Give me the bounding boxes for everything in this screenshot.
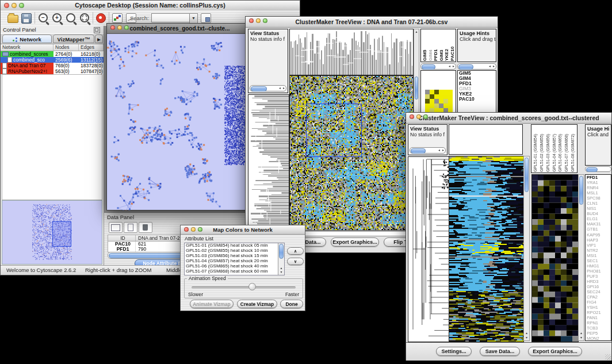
- scrollbar-thumb[interactable]: [411, 148, 426, 154]
- close-button[interactable]: [4, 3, 9, 8]
- save-data-button[interactable]: Save Data...: [480, 347, 520, 356]
- gene-list-item[interactable]: KAP95: [586, 232, 611, 237]
- scroll-left-icon[interactable]: ◂: [449, 64, 450, 69]
- treeview1-titlebar[interactable]: ClusterMaker TreeView : DNA and Tran 07-…: [246, 17, 498, 28]
- gene-list-item[interactable]: MSI1: [586, 253, 611, 258]
- scroll-down-icon[interactable]: ▾: [278, 270, 284, 274]
- gene-list-item[interactable]: HAP3: [586, 237, 611, 243]
- gene-list-item[interactable]: TCB3: [586, 325, 611, 331]
- zoom-button[interactable]: [263, 18, 267, 23]
- scroll-left-icon[interactable]: ◂: [438, 148, 440, 153]
- scroll-left-icon[interactable]: ◂: [279, 86, 281, 91]
- gene-list-item[interactable]: MSL1: [586, 190, 611, 196]
- zoom-vscrollbar[interactable]: ▴ ▾: [578, 174, 584, 341]
- heatmap-hscrollbar[interactable]: [289, 231, 412, 236]
- network-table-row[interactable]: RNAPuberNov2+!563(0)107847(0): [1, 68, 104, 74]
- export-graphics-button[interactable]: Export Graphics...: [528, 347, 582, 356]
- gene-list-item[interactable]: GTB1: [586, 227, 611, 232]
- export-table-icon[interactable]: [201, 13, 211, 23]
- main-titlebar[interactable]: Cytoscape Desktop (Session Name: collins…: [1, 1, 300, 11]
- scrollbar-thumb[interactable]: [415, 76, 418, 99]
- tab-vizmapper[interactable]: VizMapper™: [53, 35, 94, 43]
- speed-slider-thumb[interactable]: [248, 283, 256, 290]
- treeview2-titlebar[interactable]: ClusterMaker TreeView : combined_scores_…: [406, 113, 611, 124]
- dialog-titlebar[interactable]: Map Colors to Network: [181, 225, 305, 235]
- zoom-button[interactable]: [19, 3, 24, 8]
- animate-vizmap-button[interactable]: Animate Vizmap: [190, 300, 234, 308]
- gene-list-item[interactable]: NIS1: [586, 206, 611, 211]
- scroll-down-icon[interactable]: ▾: [524, 336, 529, 340]
- gene-list-item[interactable]: RPO21: [586, 310, 611, 315]
- network-graph-canvas[interactable]: [107, 33, 253, 210]
- scroll-right-icon[interactable]: ▸: [442, 148, 444, 153]
- gene-list-item[interactable]: PAN1: [586, 315, 611, 320]
- move-up-button[interactable]: ∧: [287, 247, 304, 255]
- scroll-down-icon[interactable]: ▾: [579, 336, 584, 340]
- tab-network[interactable]: Network: [2, 35, 52, 43]
- scroll-left-icon[interactable]: ◂: [489, 64, 491, 69]
- gene-list-item[interactable]: PEP5: [586, 331, 611, 336]
- gene-list-item[interactable]: YRA1: [586, 180, 611, 185]
- minimize-button[interactable]: [191, 227, 196, 232]
- zoom-fit-icon[interactable]: [80, 13, 89, 22]
- attribute-list-vscrollbar[interactable]: ▴ ▾: [278, 243, 284, 275]
- zoom-heatmap-canvas[interactable]: [531, 174, 579, 342]
- gene-list-item[interactable]: MON2: [586, 336, 611, 341]
- row-dendrogram-canvas[interactable]: [248, 94, 289, 231]
- zoom-out-icon[interactable]: −: [39, 13, 48, 22]
- column-dendrogram-area[interactable]: [449, 124, 523, 155]
- status-hscrollbar[interactable]: ◂ ▸: [410, 147, 446, 154]
- row-dendrogram-canvas[interactable]: [408, 156, 450, 342]
- gene-list-item[interactable]: SPC98: [586, 196, 611, 201]
- network-view-titlebar[interactable]: combined_scores_good.txt--cluste...: [107, 24, 253, 34]
- gene-list-item[interactable]: BUD4: [586, 211, 611, 216]
- gene-list-item[interactable]: HRD3: [586, 279, 611, 284]
- tab-overflow-icon[interactable]: ▶: [95, 35, 103, 43]
- new-attribute-icon[interactable]: [124, 222, 137, 233]
- resize-grip[interactable]: [605, 354, 611, 360]
- scrollbar-thumb[interactable]: [525, 158, 529, 192]
- scroll-right-icon[interactable]: ▸: [283, 86, 285, 91]
- float-panel-icon[interactable]: [94, 27, 100, 33]
- done-button[interactable]: Done: [280, 300, 303, 308]
- scroll-up-icon[interactable]: ▴: [524, 331, 529, 335]
- gene-list-item[interactable]: NTR2: [586, 248, 611, 253]
- labels-hscrollbar[interactable]: ◂ ▸: [420, 63, 456, 70]
- scroll-right-icon[interactable]: ▸: [493, 64, 495, 69]
- zoom-button[interactable]: [423, 114, 428, 119]
- gene-list-item[interactable]: PHO81: [586, 269, 611, 274]
- scrollbar-thumb[interactable]: [458, 64, 473, 70]
- birdseye-overview-panel[interactable]: [2, 200, 102, 265]
- minimize-button[interactable]: [117, 25, 122, 30]
- gene-list-item[interactable]: MAK31: [586, 221, 611, 227]
- gene-list-item[interactable]: FIG4: [586, 300, 611, 305]
- settings-button[interactable]: Settings...: [436, 347, 472, 356]
- gene-list-item[interactable]: SEC1: [586, 258, 611, 263]
- save-icon[interactable]: [21, 13, 32, 24]
- scroll-up-icon[interactable]: ▴: [278, 266, 284, 270]
- scrollbar-thumb[interactable]: [579, 176, 583, 205]
- zoom-button[interactable]: [198, 227, 202, 232]
- network-table-row[interactable]: combined_scores2764(0)16218(0): [1, 51, 104, 57]
- heatmap-canvas[interactable]: [449, 156, 524, 342]
- close-button[interactable]: [249, 18, 254, 23]
- gene-list-item[interactable]: RNR4: [586, 185, 611, 190]
- scrollbar-thumb[interactable]: [279, 244, 284, 259]
- create-vizmap-button[interactable]: Create Vizmap: [237, 300, 277, 308]
- gene-list-item[interactable]: ELG1: [586, 216, 611, 221]
- gene-list-item[interactable]: HMG1: [586, 263, 611, 269]
- chart-icon[interactable]: [112, 13, 123, 23]
- gene-list-item[interactable]: RPN1: [586, 320, 611, 325]
- gene-list-item[interactable]: PFD1: [586, 175, 611, 180]
- scroll-up-icon[interactable]: ▴: [579, 331, 584, 335]
- scroll-up-icon[interactable]: ▴: [414, 30, 419, 34]
- close-button[interactable]: [110, 25, 115, 30]
- move-down-button[interactable]: ∨: [287, 258, 304, 265]
- network-table-row[interactable]: combined_sco2569(6)13112(15): [1, 57, 104, 63]
- delete-attribute-icon[interactable]: [139, 222, 152, 233]
- hints-hscrollbar[interactable]: ◂ ▸: [457, 63, 496, 70]
- birdseye-viewport-rect[interactable]: [52, 221, 71, 247]
- attribute-select-icon[interactable]: [109, 222, 123, 233]
- heatmap-vscrollbar[interactable]: ▴ ▾: [523, 156, 530, 341]
- scrollbar-thumb[interactable]: [422, 64, 435, 70]
